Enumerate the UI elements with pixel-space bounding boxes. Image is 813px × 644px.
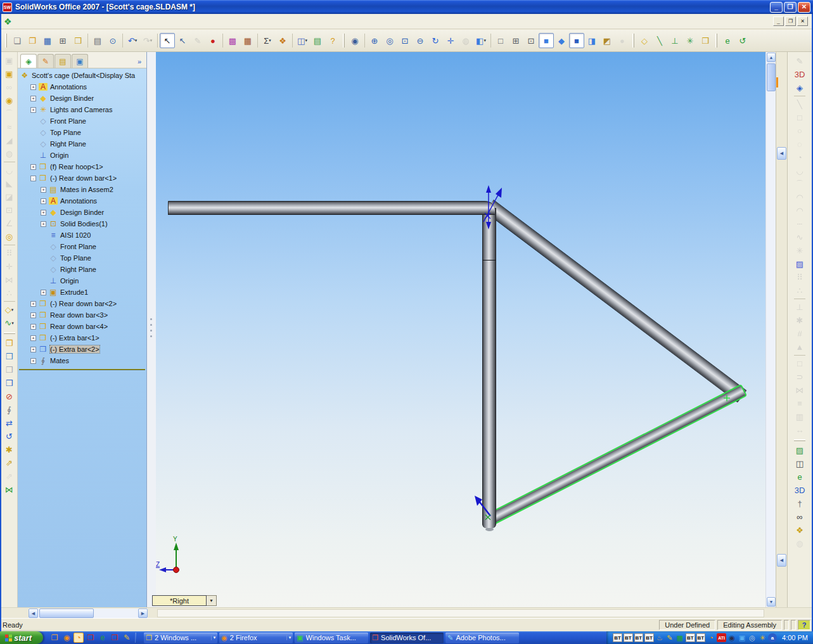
link-feature[interactable]: ∞ — [2, 80, 16, 94]
edrawings-publish[interactable]: e — [720, 33, 735, 48]
make-assembly-from-part[interactable]: ❒ — [70, 33, 86, 48]
tree-annotations[interactable]: + A Annotations — [18, 81, 146, 93]
tree-top-plane[interactable]: ◇ Top Plane — [18, 127, 146, 138]
expand-toggle[interactable]: + — [41, 290, 46, 295]
tray-keys[interactable]: ✳ — [758, 633, 767, 642]
ql-firefox[interactable]: ◉ — [61, 633, 72, 643]
sketch-entity[interactable]: ✎ — [190, 33, 205, 48]
task-windows-explorer[interactable]: ❐ 2 Windows ... ▾ — [144, 633, 217, 643]
viewport-vertical-scrollbar[interactable]: ▲ ▼ — [765, 52, 776, 607]
tree-origin[interactable]: ⊥ Origin — [18, 150, 146, 161]
new-document[interactable]: ❏ — [10, 33, 25, 48]
three-point-arc[interactable]: ◠ — [793, 204, 807, 217]
lofted-boss[interactable]: ≈ — [2, 120, 16, 134]
3d-content-central[interactable]: 3D — [793, 484, 807, 497]
tree-extra-bar-2[interactable]: + ❒ (-) Extra bar<2> — [18, 344, 146, 355]
tree-annotations-sub[interactable]: + A Annotations — [18, 195, 146, 207]
menu-photoworks[interactable] — [87, 20, 97, 23]
reference-axis[interactable]: ╲ — [652, 33, 667, 48]
hidden-lines-removed[interactable]: ⊡ — [523, 33, 539, 48]
panel-splitter[interactable] — [147, 52, 156, 607]
offset-entities[interactable]: ⊃ — [793, 370, 807, 383]
scroll-up-icon[interactable]: ▲ — [767, 53, 776, 62]
rotate-view[interactable]: ↻ — [428, 33, 443, 48]
dropdown-arrow-icon[interactable]: ▾ — [135, 38, 138, 43]
traffic-light[interactable]: ● — [205, 33, 221, 48]
tree-extra-bar-1[interactable]: + ❒ (-) Extra bar<1> — [18, 332, 146, 344]
expand-toggle[interactable]: + — [30, 84, 36, 90]
feature-recognition[interactable]: ❖ — [793, 524, 807, 537]
tray-volume[interactable]: ◎ — [748, 633, 757, 642]
dropdown-arrow-icon[interactable]: ▾ — [150, 38, 153, 43]
mate[interactable]: ∮ — [2, 403, 16, 416]
edit-texture[interactable]: ▦ — [240, 33, 255, 48]
tray-clock[interactable]: ◔ — [707, 633, 715, 642]
select[interactable]: ↖ — [160, 33, 175, 48]
edit-color[interactable]: ▩ — [225, 33, 240, 48]
tree-mates[interactable]: + ∮ Mates — [18, 355, 146, 366]
zoom-out[interactable]: ⊖ — [413, 33, 428, 48]
tree-rear-down-bar-1[interactable]: - ❒ (-) Rear down bar<1> — [18, 172, 146, 184]
toolbox[interactable]: † — [793, 497, 807, 510]
menu-insert[interactable] — [46, 20, 56, 23]
tree-right-plane[interactable]: ◇ Right Plane — [18, 138, 146, 150]
tree-root[interactable]: ❖ Scott's cage (Default<Display Sta — [18, 70, 146, 81]
tray-bt-2[interactable]: BT — [624, 633, 633, 642]
rectangle[interactable]: □ — [793, 111, 807, 124]
tree-mates-in-assem2[interactable]: + ▤ Mates in Assem2 — [18, 184, 146, 195]
add-relation[interactable]: ⊥ — [793, 300, 807, 314]
trim-entities[interactable]: ▥ — [793, 410, 807, 423]
extruded-cut[interactable]: ◢ — [2, 134, 16, 147]
title-bar[interactable]: SW SolidWorks Office 2007 - [Scott's cag… — [0, 0, 813, 14]
model-rear-hoop-bar[interactable] — [168, 201, 495, 215]
tree-rear-down-bar-2[interactable]: + ❒ (-) Rear down bar<2> — [18, 298, 146, 309]
dropdown-arrow-icon[interactable]: ▾ — [11, 321, 14, 326]
expand-toggle[interactable]: + — [41, 187, 46, 193]
menu-tools[interactable] — [56, 20, 67, 23]
rotate-component[interactable]: ↺ — [2, 430, 16, 443]
linear-pattern-entities[interactable]: ≡ — [793, 397, 807, 410]
centerline[interactable]: ┄ — [793, 217, 807, 231]
addin-disabled[interactable]: ◍ — [793, 537, 807, 550]
expand-toggle[interactable]: + — [41, 221, 46, 227]
collapse-left-icon[interactable]: ◀ — [777, 147, 786, 160]
coordinate-system[interactable]: ⊥ — [667, 33, 682, 48]
hide-show-component[interactable]: ❒ — [2, 363, 16, 377]
expand-toggle[interactable]: + — [30, 96, 36, 101]
mdi-restore-button[interactable]: ❐ — [785, 16, 796, 26]
scroll-left-icon[interactable]: ◀ — [29, 609, 38, 618]
print-preview[interactable]: ⊙ — [105, 33, 120, 48]
design-checklist[interactable]: ▤ — [310, 33, 325, 48]
tree-design-binder-sub[interactable]: + ◆ Design Binder — [18, 207, 146, 218]
tray-bt-5[interactable]: BT — [686, 633, 695, 642]
fillet[interactable]: ◡ — [2, 164, 16, 177]
smart-fasteners[interactable]: ✱ — [2, 443, 16, 456]
menu-edit[interactable] — [26, 20, 36, 23]
curve-driven-pattern[interactable]: ∴ — [2, 287, 16, 300]
chamfer[interactable]: ◣ — [2, 177, 16, 190]
scroll-right-icon[interactable]: ▶ — [138, 609, 148, 618]
shaded[interactable]: ◆ — [554, 33, 569, 48]
realview-graphics[interactable]: ◩ — [599, 33, 615, 48]
expand-toggle[interactable]: + — [30, 164, 36, 170]
reference-point[interactable]: ✳ — [682, 33, 698, 48]
dropdown-arrow-icon[interactable]: ▾ — [483, 38, 486, 43]
menu-file[interactable] — [16, 20, 26, 23]
no-external-references[interactable]: ⊘ — [2, 390, 16, 403]
measure[interactable]: Σ ▾ — [260, 33, 275, 48]
tree-top-plane-sub[interactable]: ◇ Top Plane — [18, 252, 146, 264]
tree-material-aisi-1020[interactable]: ≡ AISI 1020 — [18, 229, 146, 241]
expand-toggle[interactable]: + — [41, 210, 46, 216]
reference-plane[interactable]: ◇ — [637, 33, 652, 48]
extruded-boss-base[interactable]: ▣ — [2, 54, 16, 67]
mirror-entities[interactable]: ⋈ — [793, 383, 807, 397]
circular-sketch-pattern[interactable]: ∴ — [793, 284, 807, 297]
convert-entities[interactable]: □ — [793, 357, 807, 370]
tab-propertymanager[interactable]: ✎ — [37, 54, 54, 68]
menu-toolbox[interactable] — [77, 20, 87, 23]
dropdown-arrow-icon[interactable]: ▾ — [11, 307, 14, 312]
quick-tips-help-icon[interactable]: ? — [798, 620, 810, 630]
mass-properties[interactable]: ❖ — [275, 33, 290, 48]
panel-expand-chevron-icon[interactable]: » — [136, 56, 145, 68]
parabola[interactable]: ◡ — [793, 164, 807, 177]
